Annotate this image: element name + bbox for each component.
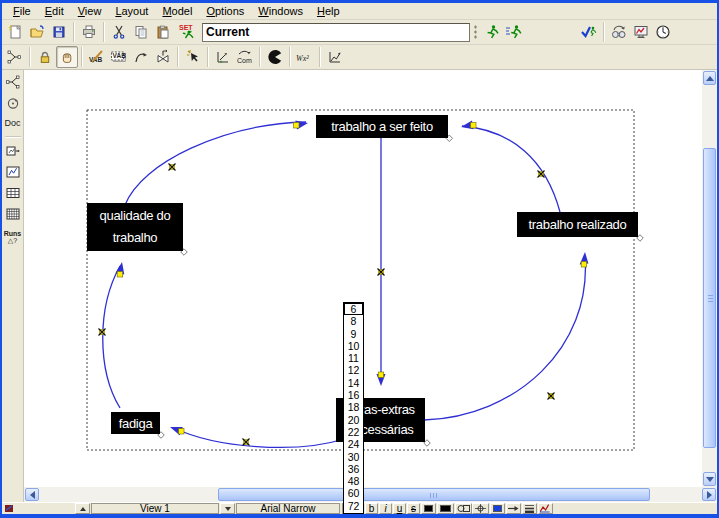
copy-icon[interactable] <box>130 21 152 43</box>
strike-button[interactable]: s <box>407 503 420 514</box>
comment-tool-icon[interactable]: Com <box>234 46 256 68</box>
sketch-graph-tool-icon[interactable] <box>324 46 346 68</box>
vertical-scroll-thumb[interactable] <box>703 148 716 448</box>
loops-icon[interactable] <box>3 92 23 113</box>
menu-model[interactable]: Model <box>155 4 199 19</box>
output-corner-icon[interactable] <box>4 503 14 514</box>
font-size-option[interactable]: 16 <box>344 389 363 401</box>
underline-button[interactable]: u <box>393 503 406 514</box>
scroll-right-button[interactable] <box>702 488 716 501</box>
scroll-up-button[interactable] <box>703 71 716 85</box>
save-icon[interactable] <box>48 21 70 43</box>
vertical-scrollbar[interactable] <box>702 70 717 487</box>
synthesim-icon[interactable] <box>503 21 525 43</box>
graph-icon[interactable] <box>3 161 23 182</box>
line-thickness-icon[interactable] <box>522 503 537 514</box>
arrow-tool-icon[interactable] <box>130 46 152 68</box>
font-size-option[interactable]: 36 <box>344 463 363 475</box>
arrow-style-icon[interactable] <box>506 503 521 514</box>
font-size-option[interactable]: 22 <box>344 426 363 438</box>
gauge-icon[interactable] <box>652 21 674 43</box>
causes-tree-icon[interactable] <box>2 47 26 68</box>
table-icon[interactable] <box>3 182 23 203</box>
horizontal-scrollbar[interactable] <box>24 487 717 502</box>
horizontal-scroll-thumb[interactable] <box>218 488 650 501</box>
lock-icon[interactable] <box>34 46 56 68</box>
fill-color-swatch[interactable] <box>490 503 505 514</box>
arrow-handle[interactable] <box>581 262 587 268</box>
shadow-variable-tool-icon[interactable]: VAB <box>108 46 130 68</box>
variable-qualidade-do-trabalho[interactable]: qualidade do trabalho <box>87 203 183 251</box>
causes-strip-icon[interactable] <box>3 140 23 161</box>
check-model-icon[interactable] <box>578 21 600 43</box>
arrow-handle[interactable] <box>117 272 123 278</box>
paste-icon[interactable] <box>152 21 174 43</box>
font-size-option[interactable]: 60 <box>344 487 363 499</box>
shape-color-swatch[interactable] <box>437 503 454 514</box>
bold-button[interactable]: b <box>365 503 378 514</box>
set-simulation-icon[interactable]: SET <box>174 21 200 43</box>
menu-view[interactable]: View <box>71 4 109 19</box>
font-size-option[interactable]: 8 <box>344 315 363 327</box>
input-output-tool-icon[interactable] <box>212 46 234 68</box>
font-size-option[interactable]: 10 <box>344 340 363 352</box>
open-file-icon[interactable] <box>26 21 48 43</box>
reality-check-icon[interactable] <box>608 21 630 43</box>
font-size-dropdown[interactable]: 6 8 9 10 11 12 14 16 18 20 22 24 30 36 4… <box>343 302 364 514</box>
menu-options[interactable]: Options <box>199 4 251 19</box>
menu-edit[interactable]: Edit <box>38 4 71 19</box>
font-size-option[interactable]: 24 <box>344 438 363 450</box>
menu-layout[interactable]: Layout <box>108 4 155 19</box>
variable-trabalho-realizado[interactable]: trabalho realizado <box>517 212 638 237</box>
merge-tool-icon[interactable] <box>264 46 286 68</box>
variable-tool-icon[interactable]: VAB <box>86 46 108 68</box>
font-size-option[interactable]: 9 <box>344 328 363 340</box>
document-icon[interactable]: Doc <box>3 113 23 134</box>
menu-file[interactable]: File <box>6 4 38 19</box>
font-size-option[interactable]: 30 <box>344 451 363 463</box>
arrow-handle[interactable] <box>179 429 185 435</box>
link-fadiga-to-qualidade[interactable] <box>103 266 120 408</box>
font-size-option[interactable]: 14 <box>344 377 363 389</box>
arrow-handle[interactable] <box>378 372 384 378</box>
equations-tool-icon[interactable]: Wx² <box>294 46 316 68</box>
runs-compare-icon[interactable]: Runs △? <box>3 224 23 250</box>
font-size-option[interactable]: 48 <box>344 475 363 487</box>
graph-lines-icon[interactable] <box>538 503 553 514</box>
menu-help[interactable]: Help <box>310 4 347 19</box>
italic-button[interactable]: i <box>379 503 392 514</box>
link-qualidade-to-trabalho-a-ser-feito[interactable] <box>125 122 306 205</box>
scroll-down-button[interactable] <box>703 472 716 486</box>
font-name-button[interactable]: Arial Narrow <box>236 503 340 514</box>
text-color-swatch[interactable] <box>421 503 436 514</box>
font-size-option[interactable]: 12 <box>344 364 363 376</box>
arrow-handle[interactable] <box>471 123 477 129</box>
link-horas-extras-to-realizado[interactable] <box>424 256 585 420</box>
hand-tool-icon[interactable] <box>56 46 78 68</box>
table-time-down-icon[interactable] <box>3 203 23 224</box>
print-icon[interactable] <box>78 21 100 43</box>
font-size-option[interactable]: 72 <box>344 500 363 512</box>
font-size-option[interactable]: 11 <box>344 352 363 364</box>
position-icon[interactable] <box>472 503 489 514</box>
new-file-icon[interactable] <box>4 21 26 43</box>
font-size-option[interactable]: 20 <box>344 414 363 426</box>
control-panel-icon[interactable] <box>630 21 652 43</box>
shape-style-icon[interactable] <box>455 503 472 514</box>
view-down-button[interactable] <box>220 503 235 514</box>
uses-tree-icon[interactable] <box>3 71 23 92</box>
delete-tool-icon[interactable] <box>182 46 204 68</box>
scroll-left-button[interactable] <box>25 488 39 501</box>
simulation-name-input[interactable] <box>202 23 470 42</box>
menu-windows[interactable]: Windows <box>251 4 310 19</box>
cut-icon[interactable] <box>108 21 130 43</box>
link-realizado-to-trabalho-a-ser-feito[interactable] <box>462 126 560 212</box>
view-up-button[interactable] <box>75 503 90 514</box>
simulate-icon[interactable] <box>481 21 503 43</box>
view-name-button[interactable]: View 1 <box>91 503 219 514</box>
rate-tool-icon[interactable] <box>152 46 174 68</box>
font-size-option[interactable]: 18 <box>344 401 363 413</box>
variable-fadiga[interactable]: fadiga <box>111 412 160 434</box>
variable-trabalho-a-ser-feito[interactable]: trabalho a ser feito <box>316 115 448 138</box>
font-size-option[interactable]: 6 <box>344 303 363 315</box>
